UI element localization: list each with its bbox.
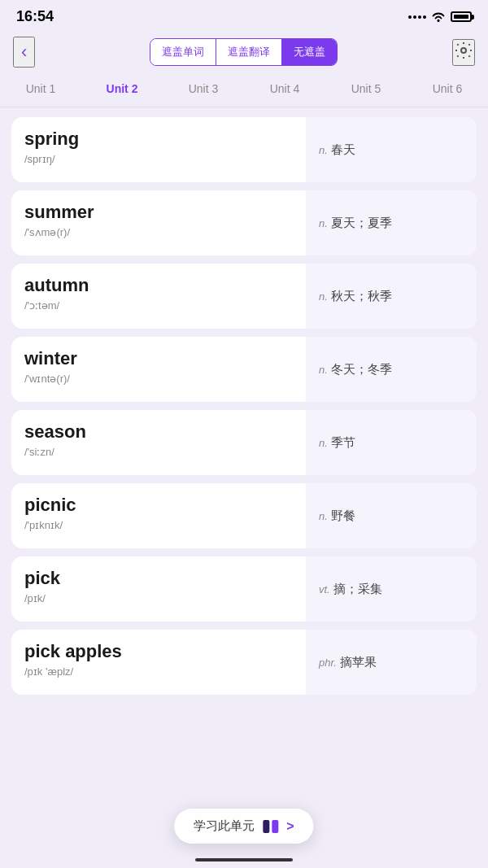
word-right: n. 春天 <box>306 117 477 182</box>
word-english: pick apples <box>24 641 293 662</box>
unit-tab-4[interactable]: Unit 4 <box>244 77 325 100</box>
word-right: vt. 摘；采集 <box>306 556 477 622</box>
word-phonetic: /pɪk 'æplz/ <box>24 665 293 678</box>
word-chinese: 春天 <box>331 142 355 158</box>
word-phonetic: /pɪk/ <box>24 592 293 604</box>
word-left: summer /'sʌmə(r)/ <box>11 190 306 255</box>
word-list: spring /sprɪŋ/ n. 春天 summer /'sʌmə(r)/ n… <box>0 111 488 701</box>
word-pos: vt. <box>319 583 330 595</box>
word-chinese: 秋天；秋季 <box>331 289 392 304</box>
word-chinese: 摘；采集 <box>333 582 382 597</box>
word-english: spring <box>24 129 293 150</box>
word-pos: n. <box>319 144 328 156</box>
word-left: spring /sprɪŋ/ <box>11 117 306 182</box>
list-item[interactable]: picnic /'pɪknɪk/ n. 野餐 <box>11 483 477 548</box>
word-pos: phr. <box>319 656 337 669</box>
word-pos: n. <box>319 510 328 522</box>
word-pos: n. <box>319 290 328 303</box>
word-pos: n. <box>319 364 328 376</box>
word-english: season <box>24 421 293 443</box>
word-right: n. 秋天；秋季 <box>306 264 477 329</box>
list-item[interactable]: spring /sprɪŋ/ n. 春天 <box>11 117 477 182</box>
study-unit-text: 学习此单元 <box>194 818 255 834</box>
word-right: n. 夏天；夏季 <box>306 190 477 255</box>
word-english: pick <box>24 568 293 589</box>
word-right: phr. 摘苹果 <box>306 630 477 695</box>
list-item[interactable]: pick /pɪk/ vt. 摘；采集 <box>11 556 477 622</box>
list-item[interactable]: season /'siːzn/ n. 季节 <box>11 410 477 475</box>
home-indicator <box>195 858 293 861</box>
word-phonetic: /'siːzn/ <box>24 446 293 458</box>
battery-icon <box>451 11 472 22</box>
word-chinese: 夏天；夏季 <box>331 216 392 231</box>
word-chinese: 摘苹果 <box>340 655 377 670</box>
word-chinese: 野餐 <box>331 508 355 524</box>
study-unit-arrow: > <box>286 819 294 834</box>
word-left: pick /pɪk/ <box>11 556 306 622</box>
list-item[interactable]: summer /'sʌmə(r)/ n. 夏天；夏季 <box>11 190 477 255</box>
word-left: season /'siːzn/ <box>11 410 306 475</box>
mode-buttons: 遮盖单词 遮盖翻译 无遮盖 <box>150 38 338 66</box>
list-item[interactable]: winter /'wɪntə(r)/ n. 冬天；冬季 <box>11 337 477 402</box>
unit-tab-6[interactable]: Unit 6 <box>407 77 488 100</box>
word-pos: n. <box>319 217 328 229</box>
word-right: n. 季节 <box>306 410 477 475</box>
svg-point-1 <box>461 48 466 53</box>
word-english: summer <box>24 202 293 223</box>
study-unit-button[interactable]: 学习此单元 > <box>174 809 313 844</box>
word-phonetic: /'ɔːtəm/ <box>24 299 293 312</box>
word-left: winter /'wɪntə(r)/ <box>11 337 306 402</box>
divider <box>0 107 488 107</box>
unit-tab-1[interactable]: Unit 1 <box>0 77 81 100</box>
unit-tab-2[interactable]: Unit 2 <box>81 77 163 100</box>
svg-point-0 <box>438 20 440 22</box>
signal-icon <box>408 15 426 19</box>
no-cover-button[interactable]: 无遮盖 <box>282 39 337 65</box>
wifi-icon <box>431 11 446 23</box>
word-left: autumn /'ɔːtəm/ <box>11 264 306 329</box>
word-left: picnic /'pɪknɪk/ <box>11 483 306 548</box>
unit-tab-3[interactable]: Unit 3 <box>163 77 244 100</box>
status-bar: 16:54 <box>0 0 488 30</box>
unit-tab-5[interactable]: Unit 5 <box>325 77 407 100</box>
cover-translation-button[interactable]: 遮盖翻译 <box>216 39 282 65</box>
word-chinese: 冬天；冬季 <box>331 362 392 377</box>
word-phonetic: /'sʌmə(r)/ <box>24 226 293 238</box>
word-right: n. 冬天；冬季 <box>306 337 477 402</box>
settings-button[interactable] <box>452 39 475 66</box>
word-english: picnic <box>24 495 293 516</box>
word-chinese: 季节 <box>331 435 355 451</box>
status-time: 16:54 <box>16 8 54 25</box>
status-icons <box>408 11 472 23</box>
back-button[interactable]: ‹ <box>13 37 35 68</box>
word-english: winter <box>24 348 293 369</box>
list-item[interactable]: pick apples /pɪk 'æplz/ phr. 摘苹果 <box>11 630 477 695</box>
cover-words-button[interactable]: 遮盖单词 <box>150 39 216 65</box>
word-phonetic: /sprɪŋ/ <box>24 153 293 165</box>
unit-tabs: Unit 1 Unit 2 Unit 3 Unit 4 Unit 5 Unit … <box>0 74 488 107</box>
word-right: n. 野餐 <box>306 483 477 548</box>
header: ‹ 遮盖单词 遮盖翻译 无遮盖 <box>0 30 488 74</box>
word-left: pick apples /pɪk 'æplz/ <box>11 630 306 695</box>
list-item[interactable]: autumn /'ɔːtəm/ n. 秋天；秋季 <box>11 264 477 329</box>
word-pos: n. <box>319 437 328 449</box>
word-english: autumn <box>24 275 293 296</box>
word-phonetic: /'wɪntə(r)/ <box>24 373 293 385</box>
word-phonetic: /'pɪknɪk/ <box>24 519 293 531</box>
study-unit-icon <box>263 820 278 833</box>
